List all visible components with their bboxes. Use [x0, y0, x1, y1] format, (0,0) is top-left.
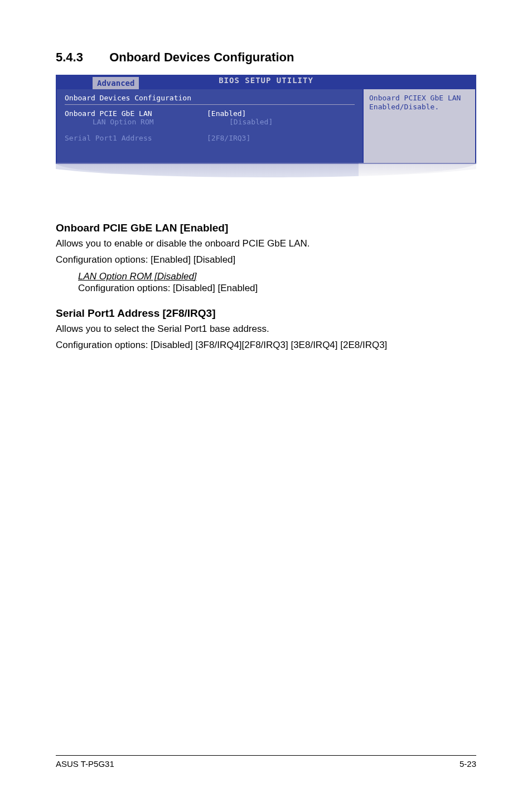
bios-divider: [65, 104, 355, 105]
section-heading: 5.4.3 Onboard Devices Configuration: [56, 50, 476, 65]
bios-row-onboard-pcie-gbe-lan: Onboard PCIE GbE LAN [Enabled]: [65, 109, 355, 118]
page-footer: ASUS T-P5G31 5-23: [56, 755, 476, 769]
section-onboard-pcie-gbe-lan: Onboard PCIE GbE LAN [Enabled] Allows yo…: [56, 222, 476, 295]
paragraph: Configuration options: [Disabled] [3F8/I…: [56, 339, 476, 352]
subsection-lan-option-rom: LAN Option ROM [Disabled] Configuration …: [78, 271, 476, 295]
bios-screenshot: BIOS SETUP UTILITY Advanced Onboard Devi…: [56, 75, 476, 177]
section-number: 5.4.3: [56, 50, 106, 65]
bios-row-lan-option-rom: LAN Option ROM [Disabled]: [87, 118, 355, 126]
paragraph: Configuration options: [Enabled] [Disabl…: [56, 254, 476, 267]
bios-left-panel: Onboard Devices Configuration Onboard PC…: [57, 89, 364, 163]
bios-body: Onboard Devices Configuration Onboard PC…: [56, 89, 476, 164]
bios-row-label: Onboard PCIE GbE LAN: [65, 109, 207, 118]
bios-help-panel: Onboard PCIEX GbE LAN Enabled/Disable.: [364, 89, 475, 163]
bios-row-value: [2F8/IRQ3]: [207, 134, 250, 142]
bios-row-value: [Enabled]: [207, 109, 246, 118]
section-title: Onboard Devices Configuration: [109, 50, 294, 64]
bios-tab-advanced: Advanced: [93, 77, 139, 89]
paragraph: Allows you to select the Serial Port1 ba…: [56, 323, 476, 336]
sub-title: LAN Option ROM [Disabled]: [78, 271, 476, 282]
bios-row-serial-port1-address: Serial Port1 Address [2F8/IRQ3]: [65, 134, 355, 142]
paragraph: Allows you to enable or disable the onbo…: [56, 238, 476, 250]
paragraph: Configuration options: [Disabled] [Enabl…: [78, 282, 476, 295]
bios-panel-title: Onboard Devices Configuration: [65, 94, 355, 102]
bios-row-value: [Disabled]: [229, 118, 273, 126]
footer-right: 5-23: [460, 759, 476, 769]
bios-titlebar: BIOS SETUP UTILITY Advanced: [56, 75, 476, 89]
subheading: Serial Port1 Address [2F8/IRQ3]: [56, 307, 476, 320]
footer-left: ASUS T-P5G31: [56, 759, 114, 769]
subheading: Onboard PCIE GbE LAN [Enabled]: [56, 222, 476, 234]
bios-row-label: Serial Port1 Address: [65, 134, 207, 142]
bios-spacer: [65, 126, 355, 134]
section-serial-port1-address: Serial Port1 Address [2F8/IRQ3] Allows y…: [56, 307, 476, 352]
bios-row-label: LAN Option ROM: [87, 118, 229, 126]
bios-shadow: [56, 163, 476, 177]
bios-help-text: Onboard PCIEX GbE LAN Enabled/Disable.: [369, 94, 470, 112]
